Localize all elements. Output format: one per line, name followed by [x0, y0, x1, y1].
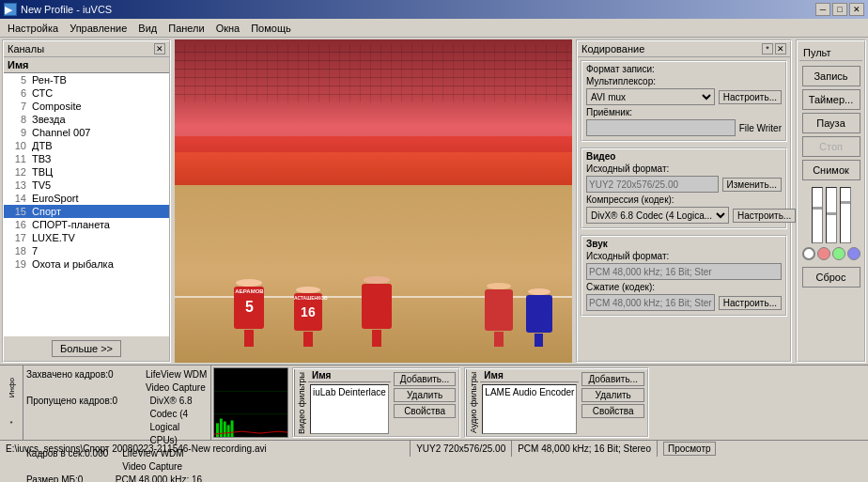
video-remove-button[interactable]: Удалить [394, 388, 457, 402]
audio-add-button[interactable]: Добавить... [581, 372, 644, 386]
audio-filters-content: Имя LAME Audio Encoder Добавить... Удали… [480, 369, 647, 436]
audio-remove-button[interactable]: Удалить [581, 388, 644, 402]
menu-bar: Настройка Управление Вид Панели Окна Пом… [0, 19, 868, 38]
format-label: Формат записи: [586, 64, 782, 74]
channel-list[interactable]: 5Рен-ТВ 6СТС 7Composite 8Звезда 9Channel… [4, 73, 169, 336]
menu-nastroyka[interactable]: Настройка [2, 21, 64, 36]
captured-val: 0 [108, 368, 146, 395]
video-filter-list[interactable]: iuLab Deinterlace [310, 384, 389, 434]
slider-track-3[interactable] [840, 187, 851, 243]
encoding-panel: Кодирование * ✕ Формат записи: Мультипле… [576, 39, 792, 363]
slider-track-1[interactable] [812, 187, 823, 243]
list-item[interactable]: 15Спорт [4, 205, 169, 218]
list-item[interactable]: 16СПОРТ-планета [4, 218, 169, 231]
encoding-close-button[interactable]: ✕ [775, 43, 786, 54]
video-filters-label: Видео фильтры [294, 369, 308, 436]
audio-filter-column-header: Имя [480, 369, 579, 382]
slider-track-2[interactable] [826, 187, 837, 243]
slider-group [812, 187, 851, 243]
video-filters-content: Имя iuLab Deinterlace Добавить... Удалит… [308, 369, 458, 436]
channels-close-button[interactable]: ✕ [154, 43, 165, 54]
mb-info: PCM 48,000 kHz; 16 Bit; Stereo [116, 474, 208, 482]
list-item[interactable]: 5Рен-ТВ [4, 73, 169, 86]
dropped-label: Пропущено кадров: [26, 395, 112, 447]
video-add-button[interactable]: Добавить... [394, 372, 457, 386]
audio-compression-label: Сжатие (кодек): [586, 282, 782, 292]
list-item[interactable]: 6СТС [4, 86, 169, 100]
graph-area [213, 367, 288, 438]
minimize-button[interactable]: ─ [815, 3, 830, 16]
mux-configure-button[interactable]: Настроить... [719, 90, 782, 104]
video-filter-column-header: Имя [308, 369, 391, 382]
captured-label: Захвачено кадров: [26, 368, 108, 395]
menu-upravlenie[interactable]: Управление [64, 21, 132, 36]
status-path: E:\iuvcs_sessions\Спорт 20080223-211546-… [0, 441, 411, 457]
audio-compression-input [586, 294, 715, 311]
audio-filter-buttons: Добавить... Удалить Свойства [579, 369, 647, 436]
list-item[interactable]: 14EuroSport [4, 192, 169, 205]
list-item[interactable]: 187 [4, 244, 169, 257]
list-item[interactable]: 9Channel 007 [4, 126, 169, 139]
more-channels-button[interactable]: Больше >> [52, 340, 121, 357]
list-item[interactable]: 7Composite [4, 100, 169, 113]
menu-vid[interactable]: Вид [132, 21, 163, 36]
red-button[interactable] [817, 247, 830, 260]
reset-button[interactable]: Сброс [802, 267, 860, 288]
compression-select[interactable]: DivX® 6.8 Codec (4 Logica... [586, 207, 729, 224]
remote-title: Пульт [803, 47, 831, 58]
svg-rect-3 [216, 423, 219, 437]
info-star: * [9, 419, 12, 428]
channel-column-header: Имя [8, 59, 28, 70]
format-section: Формат записи: Мультиплексор: AVI mux На… [581, 60, 787, 142]
blue-button[interactable] [847, 247, 860, 260]
menu-okna[interactable]: Окна [210, 21, 246, 36]
list-item[interactable]: 8Звезда [4, 113, 169, 126]
stop-button[interactable]: Стоп [802, 136, 860, 157]
list-item[interactable]: LAME Audio Encoder [485, 387, 574, 397]
bottom-area: Инфо * Захвачено кадров: 0 LifeView WDM … [0, 365, 868, 440]
timer-button[interactable]: Таймер... [802, 89, 860, 110]
audio-filter-list[interactable]: LAME Audio Encoder [482, 384, 577, 434]
change-format-button[interactable]: Изменить... [722, 178, 782, 192]
bw-button[interactable] [802, 247, 815, 260]
captured-info: LifeView WDM Video Capture [146, 368, 208, 395]
audio-configure-button[interactable]: Настроить... [719, 296, 782, 310]
stats-panel: Захвачено кадров: 0 LifeView WDM Video C… [23, 365, 211, 440]
status-preview: Просмотр [658, 441, 868, 457]
dropped-info: DivX® 6.8 Codec (4 Logical CPUs) [149, 395, 208, 447]
receiver-label: Приёмник: [586, 107, 782, 117]
channels-panel: Каналы ✕ Имя 5Рен-ТВ 6СТС 7Composite 8Зв… [2, 39, 171, 363]
channels-header: Каналы ✕ [4, 41, 169, 57]
encoding-pin-button[interactable]: * [762, 43, 773, 54]
list-item[interactable]: iuLab Deinterlace [313, 387, 386, 397]
snapshot-button[interactable]: Снимок [802, 160, 860, 180]
list-item[interactable]: 10ДТВ [4, 139, 169, 152]
pause-button[interactable]: Пауза [802, 113, 860, 133]
audio-properties-button[interactable]: Свойства [581, 404, 644, 418]
menu-paneli[interactable]: Панели [163, 21, 209, 36]
list-item[interactable]: 13TV5 [4, 179, 169, 192]
list-item[interactable]: 19Охота и рыбалка [4, 257, 169, 271]
mux-select[interactable]: AVI mux [586, 88, 715, 105]
svg-rect-4 [220, 419, 223, 437]
compression-configure-button[interactable]: Настроить... [733, 209, 796, 223]
list-item[interactable]: 17LUXE.TV [4, 231, 169, 244]
preview-button[interactable]: Просмотр [663, 442, 716, 456]
info-label: Инфо [8, 378, 16, 397]
maximize-button[interactable]: □ [832, 3, 847, 16]
list-item[interactable]: 11ТВЗ [4, 152, 169, 165]
video-section: Видео Исходный формат: Изменить... Компр… [581, 148, 787, 229]
status-bar: E:\iuvcs_sessions\Спорт 20080223-211546-… [0, 440, 868, 457]
menu-pomosh[interactable]: Помощь [245, 21, 297, 36]
close-button[interactable]: ✕ [849, 3, 864, 16]
audio-source-label: Исходный формат: [586, 251, 782, 261]
title-bar: ▶ New Profile - iuVCS ─ □ ✕ [0, 0, 868, 19]
source-format-label: Исходный формат: [586, 163, 782, 174]
video-properties-button[interactable]: Свойства [394, 404, 457, 418]
record-button[interactable]: Запись [802, 66, 860, 86]
green-button[interactable] [832, 247, 845, 260]
encoding-title: Кодирование [581, 43, 644, 54]
remote-header: Пульт [799, 45, 862, 61]
list-item[interactable]: 12ТВЦ [4, 165, 169, 179]
channels-footer: Больше >> [4, 336, 169, 361]
